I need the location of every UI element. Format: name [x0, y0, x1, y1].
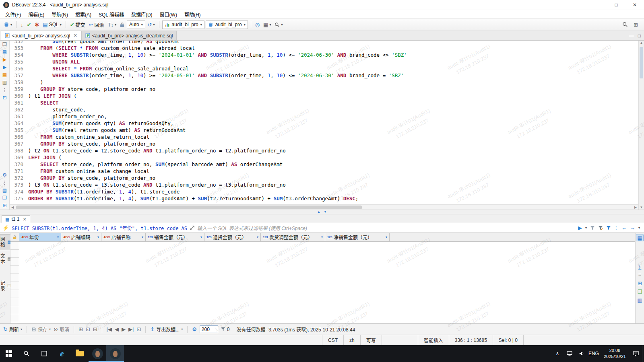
collapse-down-icon[interactable]: ▼ — [324, 210, 327, 214]
grid-empty-area[interactable] — [19, 242, 635, 323]
code-line[interactable]: 368) t2 ON t1.store_code = t2.store_code… — [10, 147, 638, 154]
code-viewport[interactable]: 352 SUM(real_goods_amt_order_time) AS go… — [10, 41, 638, 210]
code-line[interactable]: 373) t3 ON t1.store_code = t3.store_code… — [10, 181, 638, 188]
gear-icon[interactable]: ⚙ — [192, 327, 197, 332]
notification-center-button[interactable] — [630, 345, 642, 362]
collapse-up-icon[interactable]: ▲ — [317, 210, 320, 214]
grid-body[interactable] — [10, 242, 635, 323]
editor-vertical-scrollbar[interactable]: ▲ ▼ — [638, 41, 644, 210]
row-number-cell[interactable] — [10, 250, 19, 258]
menu-file[interactable]: 文件(F) — [2, 10, 25, 19]
schema-selector[interactable]: audit_bi_pro ▾ — [206, 21, 248, 29]
fetch-size-input[interactable] — [200, 325, 218, 333]
volume-icon[interactable] — [576, 345, 588, 362]
maximize-pane-icon[interactable]: □ — [638, 33, 641, 39]
menu-window[interactable]: 窗口(W) — [156, 10, 181, 19]
abort-button[interactable]: ✱ — [33, 21, 40, 28]
apply-filter-icon[interactable]: ▶ — [578, 225, 582, 230]
filter-count-button[interactable]: 0 — [221, 327, 230, 332]
code-line[interactable]: 356 SELECT * FROM custom_online_sale_abr… — [10, 65, 638, 72]
ie-browser-button[interactable]: e — [53, 345, 71, 362]
code-line[interactable]: 352 SUM(real_goods_amt_order_time) AS go… — [10, 41, 638, 45]
export-result-icon[interactable]: ▦ — [2, 72, 7, 77]
code-line[interactable]: 363 platform_order_no, — [10, 113, 638, 120]
editor-results-splitter[interactable]: ▲ ▼ — [0, 210, 644, 214]
execute-check-button[interactable]: ✔ — [26, 21, 33, 28]
restore-panel-icon[interactable]: ❐ — [2, 42, 7, 47]
clear-filter-icon[interactable] — [590, 226, 595, 230]
output-icon[interactable]: ⊡ — [2, 95, 6, 100]
calc-panel-icon[interactable]: ∑ — [638, 264, 642, 269]
scroll-up-icon[interactable]: ▲ — [639, 41, 644, 45]
code-line[interactable]: 375ORDER BY SUBSTR(t1.orderTime, 1, 4), … — [10, 195, 638, 202]
column-header-5[interactable]: 123退货金额（元）▾ — [204, 233, 261, 242]
column-header-2[interactable]: ABC店铺编码▾ — [61, 233, 101, 242]
grid-corner-cell[interactable] — [10, 233, 19, 242]
row-number-cell[interactable] — [10, 266, 19, 274]
code-lines[interactable]: 352 SUM(real_goods_amt_order_time) AS go… — [10, 41, 638, 204]
code-line[interactable]: 354 WHERE SUBSTR(order_time, 1, 10) >= '… — [10, 51, 638, 58]
connections-icon[interactable]: ▤ — [2, 49, 7, 54]
code-line[interactable]: 374GROUP BY SUBSTR(t1.orderTime, 1, 4), … — [10, 188, 638, 195]
expand-filter-icon[interactable] — [190, 226, 194, 230]
metadata-panel-icon[interactable]: ≡ — [638, 272, 642, 278]
language-indicator[interactable]: ENG — [588, 345, 600, 362]
save-script-icon[interactable]: ⊞ — [2, 203, 6, 208]
code-line[interactable]: 355 UNION ALL — [10, 58, 638, 65]
scroll-down-icon[interactable]: ▼ — [639, 206, 644, 209]
column-header-6[interactable]: 123发货调整金额（元）▾ — [261, 233, 325, 242]
row-number-cell[interactable] — [10, 298, 19, 306]
column-menu-caret-icon[interactable]: ▾ — [142, 235, 143, 239]
copy-script-icon[interactable]: ❐ — [2, 195, 7, 200]
prev-page-icon[interactable]: ◀ — [115, 327, 119, 332]
code-line[interactable]: 360) t1 LEFT JOIN ( — [10, 93, 638, 99]
value-panel-icon[interactable]: ▦ — [636, 234, 643, 241]
commit-button[interactable]: ✔ 提交 — [69, 21, 87, 29]
new-sql-editor-button[interactable]: ▾ — [2, 21, 13, 28]
last-page-icon[interactable]: ▶| — [128, 327, 134, 332]
search-menu-button[interactable]: ▾ — [273, 21, 284, 28]
code-line[interactable]: 364 SUM(return_goods_qty) AS returnGoods… — [10, 120, 638, 127]
perspective-icon[interactable]: ⊞ — [632, 21, 639, 28]
execute-script-icon[interactable]: ▶ — [3, 65, 6, 70]
taskbar-search-button[interactable] — [18, 345, 35, 362]
row-number-cell[interactable] — [10, 314, 19, 322]
display-icon[interactable] — [564, 345, 576, 362]
aggregate-panel-icon[interactable]: ⊞ — [638, 281, 642, 286]
forward-icon[interactable]: → — [630, 225, 635, 230]
dropdown-caret-icon[interactable]: ▾ — [638, 226, 640, 230]
layout-button[interactable]: ▦ ▾ — [262, 21, 272, 28]
duplicate-row-icon[interactable]: ⊡ — [86, 327, 90, 332]
column-header-1[interactable]: ABC年份▾ — [19, 233, 61, 242]
code-line[interactable]: 371 FROM custom_online_sale_change_local — [10, 168, 638, 175]
row-number-cell[interactable] — [10, 290, 19, 298]
transaction-log-button[interactable]: T↕ ▾ — [107, 21, 118, 28]
references-panel-icon[interactable]: ❐ — [638, 289, 642, 294]
edit-filter-icon[interactable] — [598, 226, 603, 230]
menu-help[interactable]: 帮助(H) — [181, 10, 204, 19]
refresh-button[interactable]: ↻ 刷新 ▾ — [3, 326, 22, 333]
tray-expand-icon[interactable]: ∧ — [551, 345, 564, 362]
commit-mode-combo[interactable]: Auto ▾ — [127, 21, 145, 29]
code-line[interactable]: 358 ) — [10, 79, 638, 86]
code-line[interactable]: 369LEFT JOIN ( — [10, 154, 638, 161]
add-row-icon[interactable]: ⊞ — [78, 327, 83, 332]
sql-mode-button[interactable]: ▤ SQL ▾ — [41, 21, 62, 28]
code-line[interactable]: 362 store_code, — [10, 106, 638, 113]
start-button[interactable] — [0, 345, 18, 362]
scroll-thumb[interactable] — [640, 47, 643, 78]
maximize-button[interactable]: □ — [607, 0, 625, 10]
scroll-thumb[interactable] — [16, 206, 362, 209]
script-icon[interactable]: ▤ — [2, 188, 7, 193]
column-menu-caret-icon[interactable]: ▾ — [97, 235, 99, 239]
code-line[interactable]: 365 SUM(real_return_goods_amt) AS return… — [10, 127, 638, 134]
column-menu-caret-icon[interactable]: ▾ — [321, 235, 323, 239]
code-line[interactable]: 366 FROM custom_online_sale_return_local — [10, 134, 638, 140]
result-tab-t1[interactable]: ▦ t1 1 ✕ — [2, 215, 30, 223]
dbeaver-app-button-2[interactable] — [106, 345, 124, 362]
delete-row-icon[interactable]: ⊟ — [93, 327, 97, 332]
grouping-panel-icon[interactable]: ▥ — [637, 298, 642, 303]
result-tab-close-icon[interactable]: ✕ — [21, 217, 26, 222]
editor-horizontal-scrollbar[interactable]: ◀ ▶ — [10, 204, 638, 210]
minimize-pane-icon[interactable]: — — [629, 33, 634, 39]
